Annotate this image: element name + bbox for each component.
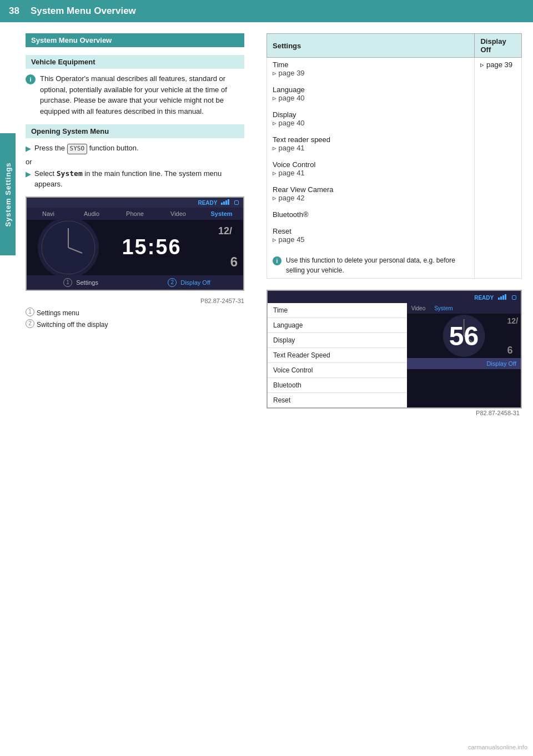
settings-table: Settings Display Off Time▹ page 39Langua… [266, 33, 522, 279]
caption-list: 1 Settings menu 2 Switching off the disp… [26, 308, 244, 331]
signal-bars [221, 199, 229, 205]
badge-1: 1 [63, 278, 72, 287]
screen-nav-navi: Navi [27, 208, 70, 220]
s2-menu-language: Language [268, 318, 407, 333]
badge-2: 2 [168, 278, 177, 287]
clock-date-decor: 12/ [218, 225, 232, 237]
page-header: 38 System Menu Overview [0, 0, 533, 22]
caption-item-2: 2 Switching off the display [26, 319, 244, 331]
left-column: System Menu Overview Vehicle Equipment i… [0, 28, 255, 423]
s2-main-area: Time Language Display Text Reader Speed … [268, 303, 521, 407]
s2-nav-video: Video [407, 303, 430, 314]
step1-text: Press the SYSO function button. [34, 143, 139, 154]
step2-item: ▶ Select System in the main function lin… [26, 168, 244, 190]
screen-bottom-bar-1: 1 Settings 2 Display Off [27, 275, 243, 290]
s2-menu-reset: Reset [268, 393, 407, 407]
table-row: Time▹ page 39Language▹ page 40Display▹ p… [267, 58, 522, 279]
caption-item-1: 1 Settings menu [26, 308, 244, 320]
s2-top-bar: READY [268, 291, 521, 303]
right-column: Settings Display Off Time▹ page 39Langua… [255, 28, 533, 423]
col2-header: Display Off [475, 34, 522, 58]
figure-caption-1: P82.87-2457-31 [26, 298, 244, 304]
screen-nav-bar-1: Navi Audio Phone Video System [27, 208, 243, 220]
svg-text:6: 6 [507, 345, 512, 356]
vehicle-equipment-text: This Operator's manual describes all fea… [40, 73, 244, 117]
caption-badge-2: 2 [26, 319, 34, 328]
vehicle-equipment-header: Vehicle Equipment [26, 55, 244, 69]
sys-button-badge: SYSO [67, 144, 88, 154]
clock-num-decor: 6 [230, 254, 238, 270]
s2-clock-num: 56 [449, 321, 479, 351]
screen-nav-phone: Phone [113, 208, 157, 220]
info-icon-table: i [273, 256, 281, 265]
watermark: carmanualsonline.info [468, 744, 527, 750]
s2-menu-col: Time Language Display Text Reader Speed … [268, 303, 407, 407]
caption-text-2: Switching off the display [37, 319, 108, 331]
caption-text-1: Settings menu [37, 308, 79, 320]
step2-text: Select System in the main function line.… [34, 168, 244, 190]
arrow-1: ▶ [26, 143, 31, 154]
screen-nav-video: Video [157, 208, 200, 220]
screen-bottom-settings: 1 Settings [27, 275, 135, 290]
s2-lock-icon [512, 295, 516, 300]
header-title: System Menu Overview [31, 6, 136, 17]
col1-header: Settings [267, 34, 475, 58]
svg-text:12/: 12/ [507, 316, 518, 325]
figure-caption-2: P82.87-2458-31 [266, 409, 522, 417]
info-icon-1: i [26, 74, 36, 84]
table-info-text: Use this function to delete your persona… [286, 255, 469, 275]
screen-nav-audio: Audio [70, 208, 113, 220]
system-menu-name: System [57, 169, 83, 178]
screen-bottom-display-off: 2 Display Off [135, 275, 243, 290]
s2-display-off-bar: Display Off [407, 358, 521, 369]
screen-ready-label: READY [198, 199, 239, 206]
s2-menu-text-reader: Text Reader Speed [268, 348, 407, 363]
s2-signal [498, 294, 506, 300]
step1-item: ▶ Press the SYSO function button. [26, 143, 244, 154]
s2-menu-voice: Voice Control [268, 363, 407, 378]
screen-clock-area: 15:56 12/ 6 [27, 220, 243, 275]
s2-nav-bar: Video System [407, 303, 521, 314]
caption-badge-1: 1 [26, 308, 34, 316]
settings-time: Time▹ page 39Language▹ page 40Display▹ p… [267, 58, 475, 279]
table-info-block: i Use this function to delete your perso… [273, 255, 469, 275]
opening-system-menu-header: Opening System Menu [26, 124, 244, 138]
s2-screen-col: Video System 12/ 6 5 [407, 303, 521, 407]
s2-clock-area: 12/ 6 56 [407, 314, 521, 358]
vehicle-equipment-info: i This Operator's manual describes all f… [26, 73, 244, 117]
screen-top-bar-1: READY [27, 198, 243, 208]
screenshot-1: READY Navi [26, 196, 244, 291]
section-header: System Menu Overview [26, 33, 244, 47]
or-text: or [26, 158, 244, 166]
page-number: 38 [9, 6, 19, 17]
s2-menu-bluetooth: Bluetooth [268, 378, 407, 393]
screenshot-2: READY [266, 290, 522, 409]
clock-time-display: 15:56 [122, 235, 181, 259]
s2-ready: READY [474, 293, 516, 301]
lock-icon [234, 200, 239, 205]
s2-nav-system: System [430, 303, 457, 314]
display-off-col: ▹ page 39 [475, 58, 522, 279]
screen-nav-system: System [200, 208, 243, 220]
arrow-2: ▶ [26, 169, 31, 180]
s2-menu-display: Display [268, 333, 407, 348]
s2-menu-time: Time [268, 303, 407, 318]
main-container: System Menu Overview Vehicle Equipment i… [0, 22, 533, 423]
